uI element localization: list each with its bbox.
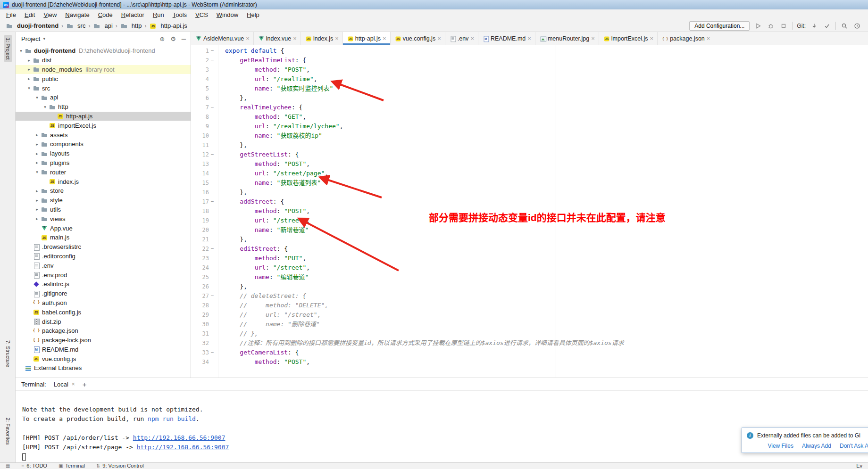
tab-menurouter-jpg[interactable]: menuRouter.jpg×	[535, 32, 599, 45]
tree-item-router[interactable]: ▾router	[16, 167, 191, 177]
close-icon[interactable]: ×	[437, 35, 441, 42]
tree-item-store[interactable]: ▸store	[16, 186, 191, 196]
debug-icon[interactable]	[767, 22, 775, 30]
status-terminal[interactable]: ▣Terminal	[58, 463, 85, 469]
chevron-right-icon[interactable]: ▸	[33, 198, 41, 203]
close-icon[interactable]: ×	[293, 35, 297, 42]
fold-icon[interactable]: −	[209, 150, 216, 159]
code-line[interactable]: // name: "删除巷道"	[225, 320, 868, 329]
tree-item-http[interactable]: ▾http	[16, 102, 191, 112]
fold-icon[interactable]: −	[209, 348, 216, 357]
settings-icon[interactable]: ⚙	[170, 35, 176, 42]
tree-item-env-prod[interactable]: .env.prod	[16, 270, 191, 280]
tab-index-vue[interactable]: index.vue×	[254, 32, 301, 45]
code-line[interactable]: method: "POST",	[225, 65, 868, 74]
fold-icon[interactable]: −	[209, 244, 216, 254]
tree-item-style[interactable]: ▸style	[16, 196, 191, 205]
tree-item-index-js[interactable]: index.js	[16, 177, 191, 186]
tree-item-env[interactable]: .env	[16, 261, 191, 270]
code-line[interactable]: url: "/street/page",	[225, 169, 868, 178]
tree-item-gitignore[interactable]: .gitignore	[16, 289, 191, 298]
breadcrumb-item-http-api-js[interactable]: http-api.js	[148, 22, 188, 30]
close-icon[interactable]: ×	[72, 381, 75, 387]
close-icon[interactable]: ×	[470, 35, 474, 42]
menu-refactor[interactable]: Refactor	[117, 10, 149, 19]
tab-importexcel-js[interactable]: importExcel.js×	[599, 32, 658, 45]
git-update-icon[interactable]	[810, 22, 818, 30]
tree-item-external-libraries[interactable]: External Libraries	[16, 363, 191, 373]
code-line[interactable]: url: "/realTime/lychee",	[225, 122, 868, 131]
breadcrumb-item-api[interactable]: api	[92, 22, 113, 30]
tree-item-auth-json[interactable]: auth.json	[16, 298, 191, 308]
code-line[interactable]: },	[225, 282, 868, 291]
tree-item-plugins[interactable]: ▸plugins	[16, 158, 191, 168]
tab-asidemenu-vue[interactable]: AsideMenu.vue×	[191, 32, 254, 45]
fold-icon[interactable]: −	[209, 46, 216, 56]
tree-item-importexcel-js[interactable]: importExcel.js	[16, 121, 191, 130]
tree-item-dist[interactable]: ▸dist	[16, 56, 191, 65]
code-line[interactable]: method: "PUT",	[225, 254, 868, 263]
terminal-tab-local[interactable]: Local ×	[54, 381, 75, 388]
tab-package-json[interactable]: package.json×	[658, 32, 714, 45]
fold-icon[interactable]: −	[209, 56, 216, 65]
locate-icon[interactable]: ⊕	[159, 35, 165, 42]
menu-vcs[interactable]: VCS	[191, 10, 212, 19]
chevron-down-icon[interactable]: ▾	[43, 36, 45, 41]
git-commit-icon[interactable]	[823, 22, 831, 30]
code-line[interactable]: },	[225, 93, 868, 103]
code-area[interactable]: 1−2−34567−89101112−1314151617−1819202122…	[191, 45, 868, 378]
tree-item-browserslistrc[interactable]: .browserslistrc	[16, 242, 191, 252]
code-line[interactable]: name: "编辑巷道"	[225, 272, 868, 282]
tree-item-readme-md[interactable]: README.md	[16, 345, 191, 354]
close-icon[interactable]: ×	[527, 35, 531, 42]
new-terminal-icon[interactable]: +	[83, 380, 87, 388]
fold-icon[interactable]: −	[209, 197, 216, 206]
breadcrumb-item-duoji-frontend[interactable]: duoji-frontend	[5, 22, 59, 30]
code-line[interactable]: name: "获取巷道列表"	[225, 178, 868, 188]
status-6-todo[interactable]: ≡6: TODO	[21, 463, 47, 469]
tree-item-layouts[interactable]: ▸layouts	[16, 149, 191, 158]
close-icon[interactable]: ×	[383, 35, 386, 42]
chevron-right-icon[interactable]: ▸	[25, 76, 33, 81]
breadcrumb-item-http[interactable]: http	[119, 22, 143, 30]
notification-action-always-add[interactable]: Always Add	[802, 443, 831, 449]
code-line[interactable]: // deleteStreet: {	[225, 291, 868, 301]
terminal-link[interactable]: http://192.168.66.56:9007	[137, 444, 229, 451]
code-line[interactable]: url: "/street",	[225, 263, 868, 272]
terminal-link[interactable]: http://192.168.66.56:9007	[133, 434, 225, 441]
code-line[interactable]: // },	[225, 329, 868, 338]
fold-icon[interactable]: −	[209, 291, 216, 301]
tree-item-components[interactable]: ▸components	[16, 140, 191, 149]
chevron-down-icon[interactable]: ▾	[17, 49, 25, 53]
code-line[interactable]: export default {	[225, 46, 868, 56]
run-icon[interactable]	[754, 22, 762, 30]
tree-item-node-modules[interactable]: ▸node_moduleslibrary root	[16, 65, 191, 74]
close-icon[interactable]: ×	[246, 35, 250, 42]
chevron-right-icon[interactable]: ▸	[33, 151, 41, 156]
project-panel-title[interactable]: Project	[21, 35, 40, 42]
fold-icon[interactable]: −	[209, 103, 216, 112]
notification-action-view-files[interactable]: View Files	[768, 443, 793, 449]
chevron-down-icon[interactable]: ▾	[33, 95, 41, 100]
search-icon[interactable]	[840, 22, 849, 30]
tree-item-public[interactable]: ▸public	[16, 74, 191, 83]
menu-tools[interactable]: Tools	[168, 10, 191, 19]
tree-item-api[interactable]: ▾api	[16, 93, 191, 102]
code-line[interactable]: addStreet: {	[225, 197, 868, 206]
chevron-right-icon[interactable]: ▸	[33, 189, 41, 193]
terminal-output[interactable]: Note that the development build is not o…	[16, 391, 868, 461]
chevron-right-icon[interactable]: ▸	[25, 58, 33, 63]
code-line[interactable]: // method: "DELETE",	[225, 301, 868, 310]
chevron-right-icon[interactable]: ▸	[33, 207, 41, 212]
tree-item-src[interactable]: ▾src	[16, 83, 191, 93]
tree-item-http-api-js[interactable]: http-api.js	[16, 112, 191, 121]
menu-window[interactable]: Window	[212, 10, 242, 19]
code-line[interactable]: getStreetList: {	[225, 150, 868, 159]
code-line[interactable]: //注释：所有用到删除的接口都需要拼接变量id，所以请求方式采用了挂载在原型链上…	[225, 338, 868, 348]
code-line[interactable]: url: "/realTime",	[225, 74, 868, 84]
tool-window-favorites[interactable]: 2: Favorites	[0, 415, 16, 447]
tab-http-api-js[interactable]: http-api.js×	[343, 32, 391, 45]
tree-item-app-vue[interactable]: App.vue	[16, 223, 191, 233]
code-lines[interactable]: export default { getRealTimeList: { meth…	[218, 45, 868, 378]
tree-item-utils[interactable]: ▸utils	[16, 205, 191, 214]
